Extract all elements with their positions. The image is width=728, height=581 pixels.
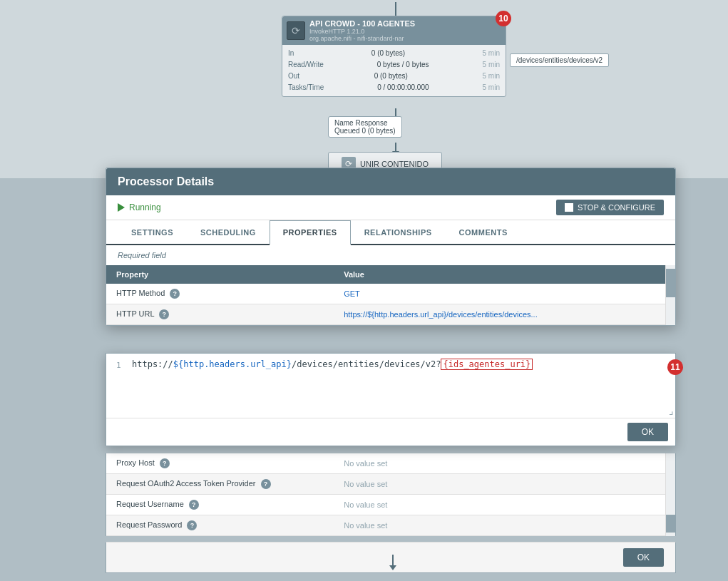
properties-table-area: Property Value HTTP Method ? GET [106,265,675,325]
table-row: HTTP URL ? https://${http.headers.url_ap… [106,304,675,325]
processor-sub1: InvokeHTTP 1.21.0 [309,28,501,35]
prop-value-proxy-host: No value set [334,453,675,474]
queue-label: Name Response Queued 0 (0 bytes) [328,116,402,138]
scrollbar[interactable] [665,265,675,325]
modal-body: Required field Property Value HTTP Metho… [106,245,675,325]
queue-name-label: Name [334,119,355,127]
modal-status-bar: Running STOP & CONFIGURE [106,195,675,220]
prop-name-http-url: HTTP URL ? [106,304,334,325]
stop-configure-button[interactable]: STOP & CONFIGURE [556,200,664,215]
modal-title: Processor Details [106,168,675,195]
prop-name-oauth: Request OAuth2 Access Token Provider ? [106,474,334,495]
editor-inner: 1 https://${http.headers.url_api}/device… [106,354,675,418]
tab-settings[interactable]: SETTINGS [118,220,187,244]
bottom-arrow [389,555,396,570]
required-field-label: Required field [106,245,675,265]
url-middle: /devices/entities/devices/v2? [292,359,441,369]
table-row: Proxy Host ? No value set [106,453,675,474]
editor-line-1: 1 https://${http.headers.url_api}/device… [116,359,665,370]
prop-value-http-method[interactable]: GET [334,284,675,304]
processor-stats: In0 (0 bytes)5 min Read/Write0 bytes / 0… [282,45,506,96]
tab-comments[interactable]: COMMENTS [446,220,521,244]
prop-value-oauth: No value set [334,474,675,495]
queue-queued-label: Queued [334,127,362,135]
url-label: /devices/entities/devices/v2 [510,53,609,67]
info-icon-oauth[interactable]: ? [261,479,271,489]
processor-badge: 10 [496,11,511,26]
prop-name-http-method: HTTP Method ? [106,284,334,304]
more-properties-table: Proxy Host ? No value set Request OAuth2… [106,453,675,536]
processor-node: ⟳ API CROWD - 100 AGENTES InvokeHTTP 1.2… [282,16,506,97]
prop-name-username: Request Username ? [106,495,334,515]
url-var2: {ids_agentes_uri} [441,359,533,370]
scrollbar-more[interactable] [665,453,675,536]
prop-value-http-url[interactable]: https://${http.headers.url_api}/devices/… [334,304,675,325]
editor-ok-row: OK [106,418,675,446]
more-properties-section: Proxy Host ? No value set Request OAuth2… [106,453,676,536]
url-editor-popup: 1 https://${http.headers.url_api}/device… [106,353,676,446]
col-value: Value [334,265,675,284]
stop-icon [565,203,573,212]
tabs-bar: SETTINGS SCHEDULING PROPERTIES RELATIONS… [106,220,675,245]
table-row: Request Password ? No value set [106,515,675,536]
tab-properties[interactable]: PROPERTIES [270,220,351,245]
prop-value-username: No value set [334,495,675,515]
line-number: 1 [116,359,125,370]
tab-relationships[interactable]: RELATIONSHIPS [351,220,446,244]
queue-name-value: Response [355,119,387,127]
editor-badge: 11 [667,359,683,375]
play-icon [118,203,125,212]
queue-queued-value: 0 (0 bytes) [362,127,395,135]
prop-value-password: No value set [334,515,675,536]
editor-empty-space [116,370,665,406]
resize-handle[interactable]: ⌟ [669,405,674,416]
info-icon-http-method[interactable]: ? [170,289,180,299]
info-icon-username[interactable]: ? [189,500,199,510]
processor-name: API CROWD - 100 AGENTES [309,19,501,28]
table-row: Request OAuth2 Access Token Provider ? N… [106,474,675,495]
stop-configure-label: STOP & CONFIGURE [578,203,655,212]
processor-icon: ⟳ [287,21,305,40]
col-property: Property [106,265,334,284]
tab-scheduling[interactable]: SCHEDULING [187,220,270,244]
info-icon-password[interactable]: ? [187,520,197,530]
info-icon-http-url[interactable]: ? [159,309,169,319]
properties-table: Property Value HTTP Method ? GET [106,265,675,325]
processor-header: ⟳ API CROWD - 100 AGENTES InvokeHTTP 1.2… [282,16,506,45]
info-icon-proxy-host[interactable]: ? [160,458,170,468]
scroll-thumb [666,269,676,297]
url-var1: ${http.headers.url_api} [173,359,292,369]
table-row: Request Username ? No value set [106,495,675,515]
editor-ok-button[interactable]: OK [627,423,668,441]
footer-ok-button[interactable]: OK [623,548,664,567]
prop-name-proxy-host: Proxy Host ? [106,453,334,474]
prop-name-password: Request Password ? [106,515,334,536]
processor-title: API CROWD - 100 AGENTES InvokeHTTP 1.21.… [309,19,501,42]
status-running: Running [118,202,161,212]
processor-sub2: org.apache.nifi - nifi-standard-nar [309,35,501,42]
scroll-thumb-more [666,515,676,533]
url-prefix: https:// [132,359,173,369]
url-text: https://${http.headers.url_api}/devices/… [132,359,665,369]
status-label: Running [129,202,161,212]
processor-details-modal: Processor Details Running STOP & CONFIGU… [106,168,676,326]
table-row: HTTP Method ? GET [106,284,675,304]
